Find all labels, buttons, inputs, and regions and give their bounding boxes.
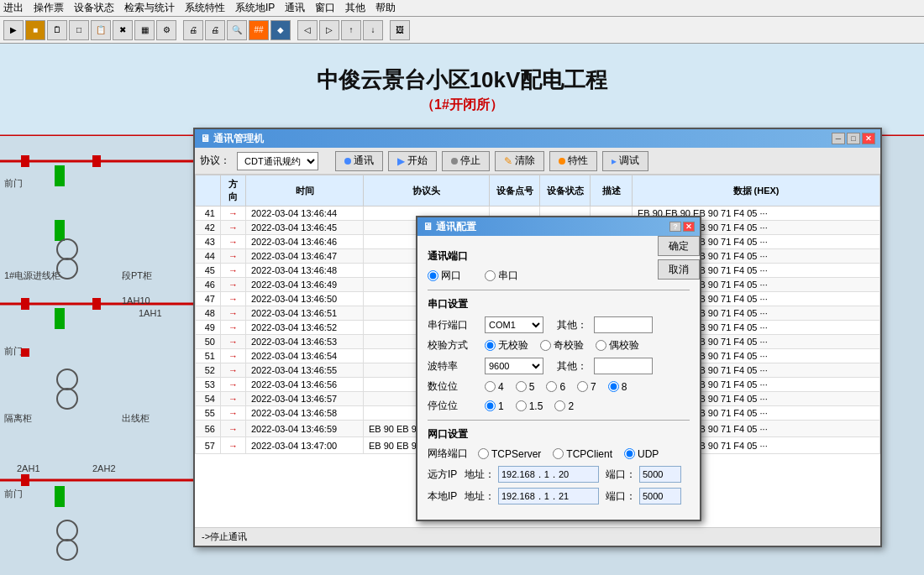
toolbar-btn-17[interactable]: 🖼 <box>390 20 410 40</box>
db8-label[interactable]: 8 <box>608 381 627 393</box>
menu-item-5[interactable]: 系统地IP <box>235 1 275 15</box>
row-time: 2022-03-04 13:46:51 <box>246 306 364 321</box>
col-proto: 协议头 <box>364 175 490 206</box>
svg-text:段PT柜: 段PT柜 <box>122 270 152 280</box>
toolbar-btn-0[interactable]: ▶ <box>3 20 24 40</box>
toolbar-btn-15[interactable]: ↑ <box>341 20 361 40</box>
toolbar-btn-14[interactable]: ▷ <box>319 20 339 40</box>
verify-odd-label[interactable]: 奇校验 <box>540 338 584 353</box>
tcp-client-label[interactable]: TCPClient <box>553 448 612 460</box>
menu-item-0[interactable]: 进出 <box>3 1 24 15</box>
db7-radio[interactable] <box>577 381 588 392</box>
serial-other-input[interactable] <box>594 316 653 333</box>
verify-odd-radio[interactable] <box>540 340 551 351</box>
config-cancel-button[interactable]: 取消 <box>658 259 700 280</box>
comm-button[interactable]: 通讯 <box>335 151 383 171</box>
serial-radio[interactable] <box>485 270 496 281</box>
minimize-button[interactable]: ─ <box>832 133 845 144</box>
toolbar-btn-1[interactable]: ■ <box>25 20 45 40</box>
local-port-input[interactable] <box>639 488 681 504</box>
db4-radio[interactable] <box>485 381 496 392</box>
comm-manager-titlebar: 🖥 通讯管理机 ─ □ ✕ <box>195 129 880 148</box>
row-time: 2022-03-04 13:46:58 <box>246 406 364 421</box>
toolbar-btn-2[interactable]: 🗒 <box>47 20 67 40</box>
properties-button[interactable]: 特性 <box>549 151 597 171</box>
close-button[interactable]: ✕ <box>862 133 875 144</box>
baud-other-input[interactable] <box>594 358 653 374</box>
clear-button[interactable]: ✎ 清除 <box>495 151 544 171</box>
db4-label[interactable]: 4 <box>485 381 504 393</box>
sb15-label[interactable]: 1.5 <box>516 400 543 412</box>
toolbar-btn-16[interactable]: ↓ <box>363 20 383 40</box>
db6-radio[interactable] <box>546 381 557 392</box>
row-id: 44 <box>196 249 221 264</box>
toolbar-btn-4[interactable]: 📋 <box>91 20 111 40</box>
row-id: 48 <box>196 306 221 321</box>
row-time: 2022-03-04 13:46:49 <box>246 278 364 292</box>
toolbar-btn-10[interactable]: 🔍 <box>227 20 247 40</box>
udp-radio[interactable] <box>624 448 635 459</box>
svg-rect-36 <box>55 486 65 507</box>
network-radio-label[interactable]: 网口 <box>428 269 461 283</box>
tcp-client-radio[interactable] <box>553 448 564 459</box>
menu-item-3[interactable]: 检索与统计 <box>124 1 175 15</box>
local-addr-input[interactable] <box>498 488 599 504</box>
verify-none-label[interactable]: 无校验 <box>485 338 528 353</box>
tcp-server-radio[interactable] <box>478 448 489 459</box>
debug-button[interactable]: ▸ 调试 <box>602 151 648 171</box>
sb1-label[interactable]: 1 <box>485 400 504 412</box>
remote-ip-label: 远方IP <box>428 468 461 482</box>
db8-radio[interactable] <box>608 381 619 392</box>
toolbar-btn-3[interactable]: □ <box>69 20 89 40</box>
menu-item-2[interactable]: 设备状态 <box>74 1 114 15</box>
menu-item-7[interactable]: 窗口 <box>315 1 335 15</box>
verify-even-radio[interactable] <box>596 340 606 351</box>
stop-button[interactable]: 停止 <box>442 151 490 171</box>
remote-addr-input[interactable] <box>498 466 599 483</box>
toolbar-btn-7[interactable]: ⚙ <box>156 20 176 40</box>
db7-label[interactable]: 7 <box>577 381 596 393</box>
toolbar-btn-13[interactable]: ◁ <box>297 20 318 40</box>
remote-port-input[interactable] <box>639 466 681 483</box>
toolbar-btn-5[interactable]: ✖ <box>113 20 133 40</box>
start-button[interactable]: ▶ 开始 <box>388 151 437 171</box>
svg-rect-17 <box>55 220 65 241</box>
col-time: 时间 <box>246 175 364 206</box>
baud-select[interactable]: 9600 <box>485 358 543 374</box>
config-ok-button[interactable]: 确定 <box>658 236 700 256</box>
config-close-btn[interactable]: ✕ <box>683 222 695 232</box>
db5-label[interactable]: 5 <box>516 381 535 393</box>
db5-radio[interactable] <box>516 381 527 392</box>
toolbar-btn-9[interactable]: 🖨 <box>205 20 225 40</box>
toolbar-btn-8[interactable]: 🖨 <box>183 20 203 40</box>
menubar: 进出 操作票 设备状态 检索与统计 系统特性 系统地IP 通讯 窗口 其他 帮助 <box>0 0 924 17</box>
db6-label[interactable]: 6 <box>546 381 565 393</box>
maximize-button[interactable]: □ <box>847 133 860 144</box>
row-time: 2022-03-04 13:46:52 <box>246 321 364 335</box>
row-direction: → <box>221 306 246 321</box>
verify-even-label[interactable]: 偶校验 <box>596 338 639 353</box>
menu-item-4[interactable]: 系统特性 <box>185 1 225 15</box>
toolbar-btn-11[interactable]: ## <box>249 20 269 40</box>
sb1-radio[interactable] <box>485 400 496 411</box>
menu-item-9[interactable]: 帮助 <box>375 1 396 15</box>
toolbar-btn-6[interactable]: ▦ <box>134 20 155 40</box>
tcp-server-label[interactable]: TCPServer <box>478 448 541 460</box>
sb15-radio[interactable] <box>516 400 527 411</box>
menu-item-8[interactable]: 其他 <box>345 1 365 15</box>
udp-label[interactable]: UDP <box>624 448 659 460</box>
row-direction: → <box>221 206 246 221</box>
sb2-label[interactable]: 2 <box>554 400 574 412</box>
config-help-btn[interactable]: ? <box>669 222 681 232</box>
menu-item-1[interactable]: 操作票 <box>34 1 64 15</box>
menu-item-6[interactable]: 通讯 <box>285 1 305 15</box>
serial-radio-label[interactable]: 串口 <box>485 269 518 283</box>
protocol-select[interactable]: CDT通讯规约 <box>237 152 318 170</box>
toolbar-btn-12[interactable]: ◆ <box>270 20 291 40</box>
verify-none-radio[interactable] <box>485 340 496 351</box>
sb2-radio[interactable] <box>554 400 565 411</box>
serial-port-select[interactable]: COM1 <box>485 316 543 333</box>
svg-text:前门: 前门 <box>4 346 23 356</box>
remote-addr-label: 地址： <box>465 468 495 482</box>
network-radio[interactable] <box>428 270 438 281</box>
